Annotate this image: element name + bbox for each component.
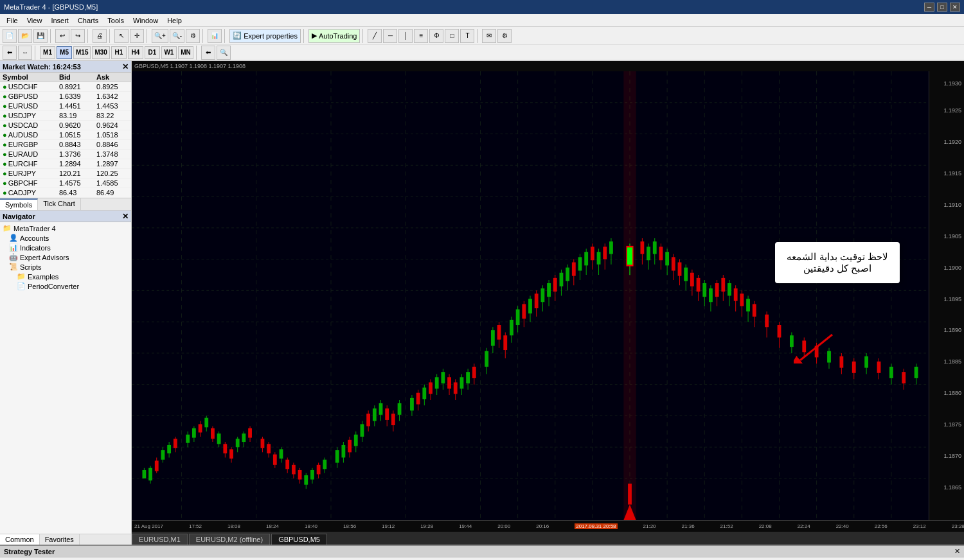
period-mn[interactable]: MN [178,46,193,59]
save-button[interactable]: 💾 [33,29,48,43]
nav-item-periodconverter[interactable]: 📄PeriodConverter [1,281,130,291]
mw-cell-symbol: ●USDCHF [0,82,57,92]
svg-rect-81 [310,470,314,480]
chart-canvas[interactable]: 1.1930 1.1925 1.1920 1.1915 1.1910 1.190… [132,71,964,520]
market-watch-close[interactable]: ✕ [122,62,129,71]
period-m1[interactable]: M1 [40,46,55,59]
move-btn[interactable]: ↔ [18,46,32,60]
zoom2-btn[interactable]: 🔍 [217,46,231,60]
market-watch-row[interactable]: ●EURGBP 0.8843 0.8846 [0,140,131,150]
menu-window[interactable]: Window [129,15,162,26]
nav-label: Indicators [20,244,51,252]
market-watch-row[interactable]: ●CADJPY 86.43 86.49 [0,188,131,198]
line-tool[interactable]: ╱ [368,29,382,43]
toolbar-sep-6 [224,29,227,43]
undo-button[interactable]: ↩ [55,29,69,43]
market-watch-row[interactable]: ●EURJPY 120.21 120.25 [0,169,131,179]
chart-props-button[interactable]: ⚙ [186,29,200,43]
print-button[interactable]: 🖨 [93,29,107,43]
zoom-out-button[interactable]: 🔍- [170,29,184,43]
period-m15[interactable]: M15 [73,46,91,59]
market-watch-row[interactable]: ●EURAUD 1.3736 1.3748 [0,150,131,159]
settings-button[interactable]: ⚙ [497,29,512,43]
svg-rect-53 [217,433,221,444]
svg-rect-163 [584,252,588,265]
crosshair-button[interactable]: ✛ [130,29,144,43]
menu-charts[interactable]: Charts [74,15,102,26]
nav-tab-favorites[interactable]: Favorites [40,534,80,545]
svg-rect-200 [715,283,719,297]
new-button[interactable]: 📄 [3,29,17,43]
menu-file[interactable]: File [3,15,22,26]
svg-rect-135 [497,325,501,340]
text-tool[interactable]: T [460,29,474,43]
nav-item-indicators[interactable]: 📊Indicators [1,243,130,252]
scrollright-btn[interactable]: ⬅ [201,46,215,60]
nav-icon: 📜 [9,263,18,271]
market-watch-row[interactable]: ●EURUSD 1.4451 1.4453 [0,101,131,111]
open-button[interactable]: 📂 [18,29,32,43]
menu-tools[interactable]: Tools [103,15,128,26]
tab-tick-chart[interactable]: Tick Chart [38,198,81,210]
autotrading-btn[interactable]: ▶ AutoTrading [308,29,361,43]
rect-tool[interactable]: □ [445,29,459,43]
nav-item-accounts[interactable]: 👤Accounts [1,233,130,243]
maximize-button[interactable]: □ [937,3,947,12]
email-button[interactable]: ✉ [482,29,496,43]
market-watch-row[interactable]: ●USDCHF 0.8921 0.8925 [0,82,131,92]
market-watch-row[interactable]: ●AUDUSD 1.0515 1.0518 [0,130,131,140]
svg-rect-125 [460,377,464,389]
svg-rect-153 [553,278,557,292]
menu-help[interactable]: Help [163,15,186,26]
nav-item-metatrader-4[interactable]: 📁MetaTrader 4 [1,223,130,233]
channel-tool[interactable]: ≡ [414,29,428,43]
market-watch-row[interactable]: ●USDCAD 0.9620 0.9624 [0,121,131,130]
chart-tab-gbpusd-m5[interactable]: GBPUSD,M5 [271,534,327,545]
svg-rect-55 [223,444,227,453]
period-h1[interactable]: H1 [111,46,127,59]
period-m5[interactable]: M5 [57,46,72,59]
y-label-1910: 1.1910 [943,202,961,208]
fib-tool[interactable]: Φ [429,29,443,43]
hline-tool[interactable]: ─ [383,29,397,43]
nav-label: MetaTrader 4 [13,225,56,232]
new-order-btn[interactable]: 🔄 Expert properties [229,29,301,43]
tab-symbols[interactable]: Symbols [0,198,38,210]
mw-cell-ask: 86.49 [94,188,131,198]
menu-view[interactable]: View [23,15,46,26]
market-watch-row[interactable]: ●GBPCHF 1.4575 1.4585 [0,179,131,188]
close-button[interactable]: ✕ [950,3,960,12]
market-watch-row[interactable]: ●GBPUSD 1.6339 1.6342 [0,92,131,101]
market-watch-row[interactable]: ●EURCHF 1.2894 1.2897 [0,159,131,169]
redo-button[interactable]: ↪ [71,29,85,43]
chart-tab-eurusd-m1[interactable]: EURUSD,M1 [132,534,188,545]
chart-tab-eurusd-m2[interactable]: EURUSD,M2 (offline) [189,534,270,545]
svg-rect-113 [422,388,426,399]
menu-bar: File View Insert Charts Tools Window Hel… [0,14,964,27]
navigator-header: Navigator ✕ [0,211,131,222]
st-close[interactable]: ✕ [954,547,960,556]
svg-rect-59 [236,439,240,447]
menu-insert[interactable]: Insert [47,15,73,26]
vline-tool[interactable]: │ [398,29,413,43]
cursor-button[interactable]: ↖ [114,29,129,43]
minimize-button[interactable]: ─ [924,3,934,12]
navigator-close[interactable]: ✕ [122,212,129,221]
svg-rect-79 [304,475,308,485]
mw-cell-ask: 1.4585 [94,179,131,188]
nav-tab-common[interactable]: Common [0,534,40,545]
svg-rect-172 [623,71,636,520]
period-w1[interactable]: W1 [161,46,177,59]
market-watch-row[interactable]: ●USDJPY 83.19 83.22 [0,111,131,121]
mw-cell-symbol: ●EURAUD [0,150,57,159]
period-d1[interactable]: D1 [145,46,160,59]
svg-rect-87 [335,450,339,463]
period-m30[interactable]: M30 [92,46,109,59]
indicators-button[interactable]: 📊 [208,29,222,43]
period-h4[interactable]: H4 [128,46,143,59]
zoom-in-button[interactable]: 🔍+ [152,29,168,43]
nav-item-expert-advisors[interactable]: 🤖Expert Advisors [1,252,130,262]
scrollleft-btn[interactable]: ⬅ [3,46,17,60]
nav-item-scripts[interactable]: 📜Scripts [1,262,130,272]
nav-item-examples[interactable]: 📁Examples [1,272,130,281]
